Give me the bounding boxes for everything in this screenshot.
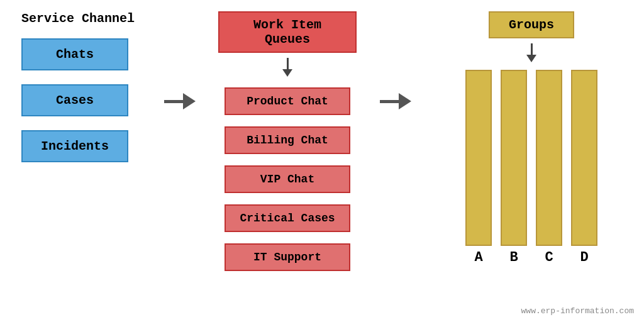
group-a-label: A [474,250,482,265]
group-d-container: D [571,70,597,265]
groups-title: Groups [489,11,574,38]
group-b-label: B [509,250,518,265]
groups-column: Groups A B C D [434,11,629,265]
big-arrow-right-1 [164,93,196,109]
cases-to-queues-arrow [160,93,199,109]
service-channel-title: Service Channel [21,11,135,26]
group-b-container: B [501,70,527,265]
incidents-box: Incidents [21,130,128,162]
groups-header-arrow [526,43,536,62]
diagram-wrapper: Service Channel Chats Cases Incidents Wo… [0,0,644,322]
group-b-bar [501,70,527,246]
group-c-label: C [545,250,553,265]
queues-title: Work Item Queues [218,11,357,53]
arrow-head-2 [399,93,411,109]
footer-text: www.erp-information.com [521,306,634,316]
chats-box: Chats [21,38,128,70]
group-a-container: A [465,70,492,265]
group-d-bar [571,70,597,246]
arrow-down-head-q [282,69,292,77]
group-c-bar [536,70,562,246]
group-d-label: D [580,250,588,265]
cases-box: Cases [21,84,128,116]
arrow-down-head-g [526,55,536,62]
service-channel-column: Service Channel Chats Cases Incidents [15,11,141,166]
it-support-box: IT Support [225,243,350,271]
arrow-down-line-g [531,43,533,55]
arrow-head-1 [183,93,196,109]
groups-bars-container: A B C D [465,70,597,265]
group-a-bar [465,70,492,246]
billing-chat-box: Billing Chat [225,126,350,154]
queues-header-arrow [282,58,292,77]
vip-chat-box: VIP Chat [225,165,350,193]
arrow-line-1 [164,100,183,103]
arrow-down-line-q [287,58,289,69]
service-items-list: Chats Cases Incidents [21,35,128,166]
queues-column: Work Item Queues Product Chat Billing Ch… [218,11,357,274]
big-arrow-right-2 [380,93,411,109]
billing-to-groups-arrow [376,93,415,109]
critical-cases-box: Critical Cases [225,204,350,232]
product-chat-box: Product Chat [225,87,350,115]
queue-items-list: Product Chat Billing Chat VIP Chat Criti… [225,84,350,274]
arrow-line-2 [380,100,399,103]
group-c-container: C [536,70,562,265]
